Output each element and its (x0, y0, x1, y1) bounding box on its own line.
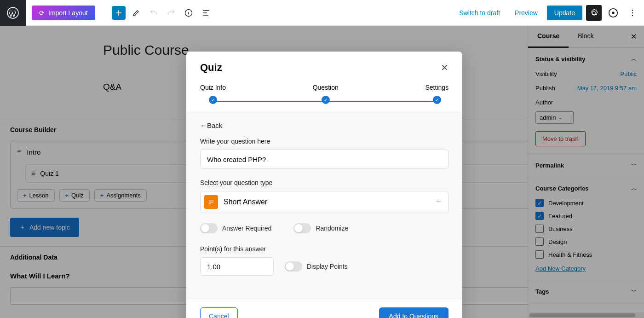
preview-button[interactable]: Preview (509, 6, 543, 20)
check-icon: ✓ (322, 96, 330, 104)
cancel-button[interactable]: Cancel (200, 307, 238, 318)
type-label: Select your question type (200, 179, 448, 186)
add-block-button[interactable] (112, 6, 126, 20)
step-question[interactable]: Question✓ (313, 84, 339, 104)
svg-point-6 (632, 15, 633, 16)
question-type-select[interactable]: Short Answer ﹀ (200, 191, 448, 213)
step-settings[interactable]: Settings✓ (425, 84, 448, 104)
import-label: Import Layout (48, 9, 88, 17)
add-to-questions-button[interactable]: Add to Questions (379, 307, 448, 318)
quiz-modal: Quiz ✕ Quiz Info✓ Question✓ Settings✓ ←B… (186, 52, 462, 318)
modal-title: Quiz (200, 62, 222, 74)
question-input[interactable] (200, 150, 448, 169)
points-label: Point(s) for this answer (200, 245, 448, 253)
points-input[interactable] (200, 257, 274, 276)
info-button[interactable] (182, 6, 196, 20)
update-button[interactable]: Update (547, 6, 582, 20)
import-layout-button[interactable]: ⟳ Import Layout (32, 6, 95, 20)
tutor-button[interactable] (605, 5, 621, 21)
outline-button[interactable] (199, 6, 213, 20)
undo-button[interactable] (147, 6, 161, 20)
redo-button[interactable] (164, 6, 178, 20)
refresh-icon: ⟳ (39, 9, 45, 17)
short-answer-icon (204, 195, 218, 209)
check-icon: ✓ (433, 96, 441, 104)
step-quiz-info[interactable]: Quiz Info✓ (200, 84, 226, 104)
switch-to-draft-button[interactable]: Switch to draft (454, 6, 506, 20)
svg-point-5 (632, 12, 633, 13)
back-button[interactable]: ←Back (200, 121, 448, 129)
answer-required-toggle[interactable] (200, 223, 218, 233)
edit-mode-button[interactable] (129, 6, 143, 20)
randomize-toggle[interactable] (293, 223, 311, 233)
type-value: Short Answer (224, 198, 267, 206)
chevron-down-icon: ﹀ (436, 198, 442, 206)
svg-point-4 (632, 9, 633, 11)
svg-point-3 (612, 12, 615, 14)
close-button[interactable]: ✕ (441, 62, 448, 73)
question-label: Write your question here (200, 138, 448, 145)
settings-button[interactable] (586, 5, 602, 21)
display-points-toggle[interactable] (285, 261, 302, 272)
more-options-button[interactable] (625, 5, 640, 21)
wordpress-logo[interactable] (0, 0, 26, 26)
check-icon: ✓ (209, 96, 217, 104)
